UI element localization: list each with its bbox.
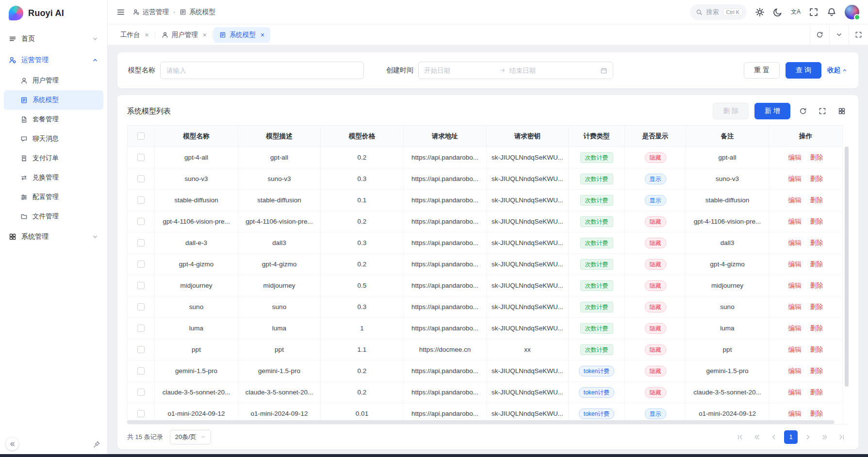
row-checkbox[interactable] [137,196,145,204]
column-settings-button[interactable] [835,104,849,118]
edit-link[interactable]: 编辑 [788,303,802,310]
translate-icon[interactable]: 文A [791,7,801,17]
logo[interactable]: Ruoyi AI [0,0,107,26]
close-icon[interactable]: × [261,32,264,38]
end-date-input[interactable] [509,67,580,74]
row-checkbox[interactable] [137,282,145,289]
delete-link[interactable]: 删除 [810,261,823,268]
row-checkbox[interactable] [137,239,145,246]
content-fullscreen-button[interactable] [849,24,868,45]
edit-link[interactable]: 编辑 [788,239,802,246]
breadcrumb-item-system-model[interactable]: 系统模型 [180,8,215,16]
delete-link[interactable]: 删除 [810,303,823,310]
tab-menu-button[interactable] [829,24,849,45]
sidebar-item-payment-orders[interactable]: 支付订单 [4,148,103,168]
tab-system-model[interactable]: 系统模型× [213,27,270,43]
scrollbar-thumb[interactable] [845,147,849,387]
app-window: Ruoyi AI 首页运营管理用户管理系统模型套餐管理聊天消息支付订单兑换管理配… [0,0,868,454]
edit-link[interactable]: 编辑 [788,218,802,225]
notifications-bell-icon[interactable] [827,7,836,17]
select-all-checkbox[interactable] [137,132,145,140]
row-checkbox[interactable] [137,303,145,310]
row-checkbox[interactable] [137,346,145,353]
cell-visibility: 隐藏 [625,147,686,168]
close-icon[interactable]: × [203,32,207,38]
next-page-button[interactable] [801,430,815,444]
settings-gear-icon[interactable] [755,7,765,17]
dark-mode-moon-icon[interactable] [773,7,783,17]
edit-link[interactable]: 编辑 [788,196,802,204]
edit-link[interactable]: 编辑 [788,410,802,417]
global-search[interactable]: 搜索 Ctrl K [690,4,747,20]
sidebar-item-user-management[interactable]: 用户管理 [4,71,103,90]
tab-workbench[interactable]: 工作台× [115,27,155,43]
page-size-select[interactable]: 20条/页 [170,430,211,444]
row-checkbox[interactable] [137,367,145,375]
delete-link[interactable]: 删除 [810,389,823,396]
sidebar-item-system-model[interactable]: 系统模型 [4,90,103,110]
edit-link[interactable]: 编辑 [788,346,802,353]
sidebar-item-package-management[interactable]: 套餐管理 [4,110,103,129]
delete-link[interactable]: 删除 [810,218,823,225]
delete-button[interactable]: 删 除 [713,103,749,119]
tab-user-management[interactable]: 用户管理× [156,27,213,43]
row-checkbox[interactable] [137,325,145,332]
sidebar-item-config-management[interactable]: 配置管理 [4,187,103,207]
sidebar-collapse-button[interactable] [6,438,18,450]
vertical-scrollbar[interactable] [845,147,849,419]
sidebar-item-operations[interactable]: 运营管理 [4,49,103,71]
delete-link[interactable]: 删除 [810,346,823,353]
delete-link[interactable]: 删除 [810,325,823,332]
collapse-filter-link[interactable]: 收起 [827,66,848,75]
edit-link[interactable]: 编辑 [788,389,802,396]
delete-link[interactable]: 删除 [810,239,823,246]
delete-link[interactable]: 删除 [810,196,823,204]
table-refresh-button[interactable] [796,104,810,118]
row-checkbox[interactable] [137,154,145,161]
fullscreen-icon[interactable] [809,7,819,17]
back-pages-button[interactable] [750,430,764,444]
current-page-button[interactable]: 1 [784,430,798,444]
first-page-button[interactable] [733,430,747,444]
sidebar-nav: 首页运营管理用户管理系统模型套餐管理聊天消息支付订单兑换管理配置管理文件管理系统… [0,26,107,454]
search-button[interactable]: 查 询 [786,62,821,79]
start-date-input[interactable] [424,67,495,74]
sidebar-item-system[interactable]: 系统管理 [4,226,103,247]
forward-pages-button[interactable] [818,430,832,444]
model-name-input[interactable] [160,62,364,79]
horizontal-scrollbar[interactable] [127,420,842,424]
delete-link[interactable]: 删除 [810,410,823,417]
sidebar-item-exchange-management[interactable]: 兑换管理 [4,168,103,187]
date-range-picker[interactable] [418,62,613,79]
sidebar-item-file-management[interactable]: 文件管理 [4,207,103,226]
row-checkbox[interactable] [137,175,145,182]
scrollbar-thumb[interactable] [127,420,835,424]
sidebar-item-chat-messages[interactable]: 聊天消息 [4,129,103,148]
edit-link[interactable]: 编辑 [788,175,802,182]
breadcrumb-item-operations[interactable]: 运营管理 [133,8,169,16]
edit-link[interactable]: 编辑 [788,282,802,289]
prev-page-button[interactable] [767,430,781,444]
row-checkbox[interactable] [137,389,145,396]
delete-link[interactable]: 删除 [810,282,823,289]
edit-link[interactable]: 编辑 [788,154,802,161]
delete-link[interactable]: 删除 [810,367,823,375]
row-checkbox[interactable] [137,261,145,268]
pin-icon[interactable] [93,441,100,448]
delete-link[interactable]: 删除 [810,154,823,161]
table-fullscreen-button[interactable] [816,104,829,118]
reset-button[interactable]: 重 置 [744,62,780,79]
add-button[interactable]: 新 增 [754,103,790,119]
close-icon[interactable]: × [145,32,149,38]
edit-link[interactable]: 编辑 [788,367,802,375]
delete-link[interactable]: 删除 [810,175,823,182]
row-checkbox[interactable] [137,410,145,417]
hamburger-menu-icon[interactable] [116,8,125,16]
row-checkbox[interactable] [137,218,145,225]
edit-link[interactable]: 编辑 [788,261,802,268]
edit-link[interactable]: 编辑 [788,325,802,332]
tab-refresh-button[interactable] [810,24,829,45]
sidebar-item-home[interactable]: 首页 [4,28,103,49]
last-page-button[interactable] [835,430,849,444]
user-avatar[interactable] [845,5,859,19]
